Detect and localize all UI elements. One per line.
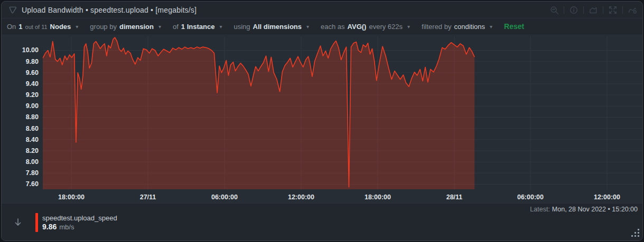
- reset-button[interactable]: Reset: [504, 22, 524, 31]
- x-tick-label: 28/11: [431, 193, 478, 201]
- chevron-down-icon: ▾: [76, 24, 78, 30]
- y-tick-label: 9.00: [2, 102, 39, 110]
- toolbar-label: dimension: [119, 23, 154, 31]
- x-tick-label: 27/11: [124, 193, 172, 201]
- y-tick-label: 10.00: [2, 46, 39, 54]
- x-tick-label: 12:00:00: [583, 193, 631, 201]
- legend-unit: mb/s: [59, 223, 74, 231]
- fullscreen-icon[interactable]: [608, 5, 618, 15]
- icon-divider: [603, 6, 603, 14]
- latest-value: Mon, 28 Nov 2022 • 15:20:00: [552, 206, 638, 213]
- legend-dimension-name: speedtest.upload_speed: [42, 214, 117, 222]
- toolbar-label: using: [234, 23, 250, 31]
- toolbar-group-group-by[interactable]: group bydimension▾: [90, 23, 161, 31]
- chevron-down-icon: ▾: [490, 24, 492, 30]
- x-tick-label: 18:00:00: [354, 193, 402, 201]
- toolbar-label: Nodes: [50, 23, 71, 31]
- y-tick-label: 7.60: [2, 180, 39, 188]
- toolbar-groups: On1out of 11Nodes▾group bydimension▾of1 …: [7, 23, 492, 31]
- toolbar-label: of: [173, 23, 179, 31]
- sort-down-arrow-icon[interactable]: [13, 217, 23, 228]
- chart-type-icon[interactable]: [628, 5, 637, 15]
- chart-canvas[interactable]: [43, 36, 642, 189]
- toolbar-group-aggregation[interactable]: each asAVG()every 622s▾: [321, 23, 410, 31]
- y-tick-label: 8.20: [2, 147, 39, 155]
- legend-item[interactable]: speedtest.upload_speed 9.86mb/s: [13, 213, 117, 232]
- plot-area[interactable]: [43, 36, 642, 189]
- toolbar-label: conditions: [454, 23, 485, 31]
- toolbar-group-dimensions[interactable]: usingAll dimensions▾: [234, 23, 309, 31]
- x-tick-label: 12:00:00: [277, 193, 325, 201]
- chevron-down-icon: ▾: [158, 24, 161, 30]
- info-icon[interactable]: [569, 5, 578, 15]
- toolbar-label: filtered by: [422, 23, 451, 31]
- resize-handle[interactable]: [631, 229, 640, 237]
- x-tick-label: 06:00:00: [507, 193, 554, 201]
- y-tick-label: 8.40: [2, 135, 39, 144]
- icon-divider: [622, 6, 623, 14]
- y-tick-label: 8.00: [2, 158, 39, 166]
- area-series: [43, 37, 474, 189]
- stage: Upload Bandwidth • speedtest.upload • [m…: [0, 0, 644, 242]
- y-tick-label: 9.80: [2, 57, 39, 66]
- header-icons: [549, 5, 637, 15]
- chart-title: Upload Bandwidth • speedtest.upload • [m…: [22, 6, 197, 14]
- chevron-down-icon: ▾: [306, 24, 309, 30]
- toolbar-label: 1 Instance: [181, 23, 215, 31]
- icon-divider: [564, 6, 564, 14]
- chart-widget: Upload Bandwidth • speedtest.upload • [m…: [1, 1, 643, 241]
- x-tick-label: 18:00:00: [48, 193, 95, 201]
- legend-value-row: 9.86mb/s: [42, 222, 117, 231]
- y-tick-label: 8.60: [2, 124, 39, 133]
- toolbar-label: group by: [90, 23, 117, 31]
- y-tick-label: 9.60: [2, 69, 39, 77]
- toolbar-label: out of 11: [25, 24, 48, 30]
- legend-color-bar: [35, 213, 38, 232]
- legend-value: 9.86: [42, 222, 57, 231]
- toolbar: On1out of 11Nodes▾group bydimension▾of1 …: [2, 19, 642, 34]
- toolbar-label: each as: [321, 23, 345, 31]
- x-tick-label: 06:00:00: [201, 193, 248, 201]
- latest-timestamp: Latest:Mon, 28 Nov 2022 • 15:20:00: [530, 206, 638, 213]
- y-tick-label: 9.20: [2, 91, 39, 99]
- chevron-down-icon: ▾: [219, 24, 222, 30]
- toolbar-label: 1: [18, 23, 22, 31]
- chart-region: 10.009.809.609.409.209.008.808.608.408.2…: [2, 34, 642, 203]
- legend-text: speedtest.upload_speed 9.86mb/s: [42, 214, 117, 231]
- chevron-down-icon: ▾: [407, 24, 410, 30]
- toolbar-group-nodes[interactable]: On1out of 11Nodes▾: [7, 23, 78, 31]
- footer: Latest:Mon, 28 Nov 2022 • 15:20:00 speed…: [2, 203, 642, 240]
- y-tick-label: 9.40: [2, 80, 39, 88]
- toolbar-label: All dimensions: [253, 23, 302, 31]
- zoom-inspect-icon[interactable]: [549, 5, 559, 15]
- icon-divider: [583, 6, 584, 14]
- toolbar-group-filter[interactable]: filtered byconditions▾: [422, 23, 492, 31]
- toolbar-group-instances[interactable]: of1 Instance▾: [173, 23, 222, 31]
- toolbar-label: On: [7, 23, 16, 31]
- toolbar-label: every 622s: [369, 23, 403, 31]
- netdata-logo-icon: [8, 5, 17, 15]
- y-tick-label: 8.80: [2, 113, 39, 121]
- latest-label: Latest:: [530, 206, 550, 213]
- toolbar-label: AVG(): [348, 23, 367, 31]
- y-tick-label: 7.80: [2, 169, 39, 177]
- title-bar: Upload Bandwidth • speedtest.upload • [m…: [2, 2, 642, 18]
- area-chart-icon[interactable]: [589, 5, 598, 15]
